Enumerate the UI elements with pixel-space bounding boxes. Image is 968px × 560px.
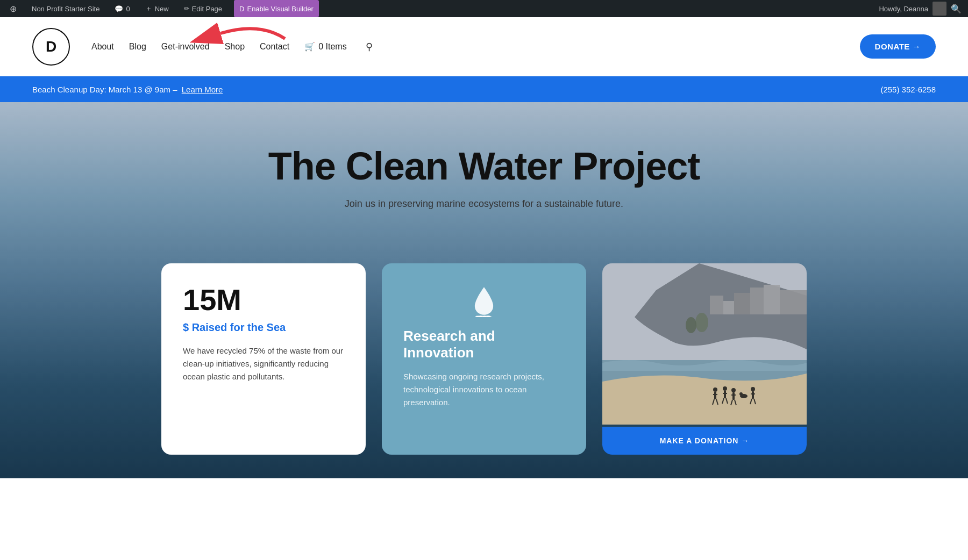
research-card-description: Showcasing ongoing research projects, te… <box>403 370 565 409</box>
svg-rect-23 <box>724 391 726 398</box>
logo-nav: D About Blog Get-involved Shop Contact 🛒… <box>32 28 377 66</box>
wordpress-icon: ⊕ <box>10 4 17 14</box>
donate-label: DONATE → <box>875 42 921 51</box>
avatar <box>933 2 946 16</box>
edit-page-item[interactable]: ✏ Edit Page <box>181 0 225 17</box>
site-name-label: Non Profit Starter Site <box>32 5 99 13</box>
nav-contact[interactable]: Contact <box>260 42 289 52</box>
make-donation-button[interactable]: MAKE A DONATION → <box>602 427 807 455</box>
search-admin-icon[interactable]: 🔍 <box>951 4 962 14</box>
search-icon: ⚲ <box>366 41 373 53</box>
learn-more-link[interactable]: Learn More <box>182 85 223 94</box>
comment-count: 0 <box>126 5 130 13</box>
image-card: MAKE A DONATION → <box>602 263 807 455</box>
announcement-text: Beach Cleanup Day: March 13 @ 9am – <box>32 85 177 94</box>
admin-bar: ⊕ Non Profit Starter Site 💬 0 ＋ New ✏ Ed… <box>0 0 968 17</box>
nav-blog[interactable]: Blog <box>129 42 146 52</box>
plus-icon: ＋ <box>145 4 152 13</box>
logo-letter: D <box>46 38 56 55</box>
main-nav: About Blog Get-involved Shop Contact 🛒 0… <box>91 39 377 54</box>
hero-subtitle: Join us in preserving marine ecosystems … <box>268 198 700 210</box>
howdy-label: Howdy, Deanna <box>879 5 928 13</box>
site-logo[interactable]: D <box>32 28 70 66</box>
wp-logo-item[interactable]: ⊕ <box>6 0 20 17</box>
enable-visual-builder-label: Enable Visual Builder <box>247 5 313 13</box>
donate-button[interactable]: DONATE → <box>860 34 936 59</box>
svg-rect-35 <box>752 391 754 399</box>
nav-about[interactable]: About <box>91 42 114 52</box>
admin-bar-right: Howdy, Deanna 🔍 <box>879 2 962 16</box>
hero-title: The Clean Water Project <box>268 145 700 188</box>
new-item[interactable]: ＋ New <box>142 0 172 17</box>
cart-items-count: 0 Items <box>318 42 346 52</box>
hero-content: The Clean Water Project Join us in prese… <box>268 145 700 242</box>
cart-icon: 🛒 <box>304 41 315 52</box>
nav-shop[interactable]: Shop <box>225 42 245 52</box>
enable-visual-builder-item[interactable]: D Enable Visual Builder <box>234 0 319 17</box>
search-button[interactable]: ⚲ <box>362 39 377 54</box>
svg-point-34 <box>751 387 755 391</box>
research-card-title: Research and Innovation <box>403 328 565 361</box>
cards-row: 15M $ Raised for the Sea We have recycle… <box>0 263 968 455</box>
svg-point-17 <box>713 387 717 392</box>
edit-page-label: Edit Page <box>192 5 222 13</box>
divi-icon: D <box>239 5 244 13</box>
svg-point-22 <box>723 386 727 391</box>
announcement-text-area: Beach Cleanup Day: March 13 @ 9am – Lear… <box>32 85 223 94</box>
stat-label: $ Raised for the Sea <box>183 321 344 334</box>
comment-icon: 💬 <box>115 5 123 13</box>
stat-number: 15M <box>183 285 344 315</box>
svg-rect-28 <box>732 392 735 400</box>
svg-rect-18 <box>714 392 716 399</box>
svg-rect-39 <box>602 263 807 360</box>
hero-section: The Clean Water Project Join us in prese… <box>0 102 968 478</box>
new-label: New <box>155 5 169 13</box>
stats-card: 15M $ Raised for the Sea We have recycle… <box>161 263 366 455</box>
research-card: Research and Innovation Showcasing ongoi… <box>382 263 586 455</box>
announcement-phone: (255) 352-6258 <box>880 85 936 94</box>
site-header: D About Blog Get-involved Shop Contact 🛒… <box>0 17 968 76</box>
coastal-image <box>602 263 807 425</box>
announcement-bar: Beach Cleanup Day: March 13 @ 9am – Lear… <box>0 76 968 102</box>
water-drop-icon <box>403 285 565 317</box>
comments-item[interactable]: 💬 0 <box>111 0 133 17</box>
cart-area[interactable]: 🛒 0 Items <box>304 41 346 52</box>
stat-description: We have recycled 75% of the waste from o… <box>183 344 344 383</box>
nav-get-involved[interactable]: Get-involved <box>161 42 210 52</box>
svg-point-33 <box>740 394 748 398</box>
make-donation-label: MAKE A DONATION → <box>660 436 750 445</box>
site-name-item[interactable]: Non Profit Starter Site <box>29 0 103 17</box>
pencil-icon: ✏ <box>184 5 189 12</box>
svg-point-27 <box>731 388 736 392</box>
